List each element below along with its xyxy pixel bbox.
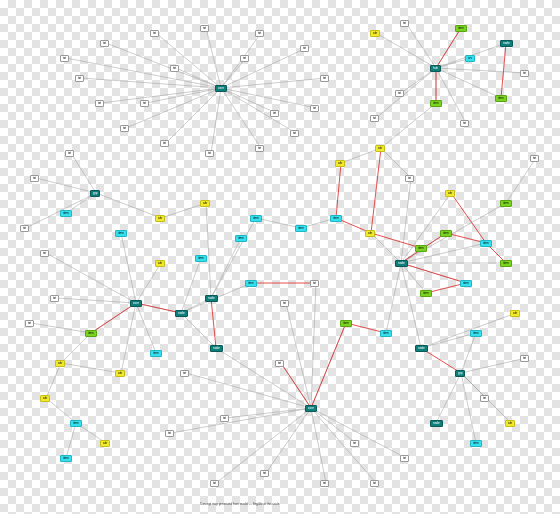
graph-node[interactable]: txt [160, 140, 169, 147]
graph-node[interactable]: txt [280, 300, 289, 307]
graph-node[interactable]: node [205, 295, 218, 302]
graph-node[interactable]: txt [150, 30, 159, 37]
graph-node[interactable]: txt [240, 55, 249, 62]
graph-node[interactable]: item [295, 225, 307, 232]
graph-node[interactable]: node [415, 345, 428, 352]
graph-node[interactable]: item [195, 255, 207, 262]
graph-node[interactable]: txt [320, 75, 329, 82]
graph-node[interactable]: txt [400, 20, 409, 27]
graph-node[interactable]: item [70, 420, 82, 427]
graph-node[interactable]: attr [505, 420, 515, 427]
graph-node[interactable]: txt [310, 280, 319, 287]
graph-node[interactable]: attr [100, 440, 110, 447]
graph-node[interactable]: txt [50, 295, 59, 302]
graph-node[interactable]: txt [370, 480, 379, 487]
graph-node[interactable]: txt [395, 90, 404, 97]
graph-node[interactable]: txt [350, 440, 359, 447]
graph-node[interactable]: item [245, 280, 257, 287]
graph-node[interactable]: attr [40, 395, 50, 402]
graph-node[interactable]: txt [520, 355, 529, 362]
graph-node[interactable]: txt [220, 415, 229, 422]
graph-node[interactable]: item [150, 350, 162, 357]
graph-node[interactable]: txt [260, 470, 269, 477]
graph-node[interactable]: item [380, 330, 392, 337]
graph-node[interactable]: txt [460, 120, 469, 127]
graph-node[interactable]: attr [445, 190, 455, 197]
graph-node[interactable]: node [210, 345, 223, 352]
graph-node[interactable]: node [500, 40, 513, 47]
graph-node[interactable]: item [470, 440, 482, 447]
graph-node[interactable]: txt [290, 130, 299, 137]
graph-node[interactable]: item [250, 215, 262, 222]
graph-node[interactable]: txt [170, 65, 179, 72]
graph-node[interactable]: core [215, 85, 227, 92]
graph-node[interactable]: txt [320, 480, 329, 487]
graph-node[interactable]: txt [120, 125, 129, 132]
graph-node[interactable]: attr [370, 30, 380, 37]
graph-node[interactable]: item [340, 320, 352, 327]
graph-node[interactable]: grp [455, 370, 465, 377]
graph-node[interactable]: txt [75, 75, 84, 82]
graph-node[interactable]: attr [115, 370, 125, 377]
graph-node[interactable]: attr [200, 200, 210, 207]
graph-node[interactable]: item [480, 240, 492, 247]
graph-node[interactable]: hub [430, 65, 441, 72]
graph-node[interactable]: txt [180, 370, 189, 377]
graph-node[interactable]: item [500, 200, 512, 207]
graph-node[interactable]: attr [365, 230, 375, 237]
graph-node[interactable]: txt [270, 110, 279, 117]
graph-node[interactable]: txt [100, 40, 109, 47]
graph-node[interactable]: item [420, 290, 432, 297]
graph-node[interactable]: attr [55, 360, 65, 367]
graph-node[interactable]: txt [95, 100, 104, 107]
graph-node[interactable]: node [430, 420, 443, 427]
graph-node[interactable]: item [60, 455, 72, 462]
graph-node[interactable]: txt [65, 150, 74, 157]
graph-node[interactable]: attr [155, 215, 165, 222]
graph-node[interactable]: item [470, 330, 482, 337]
graph-node[interactable]: txt [530, 155, 539, 162]
graph-node[interactable]: item [440, 230, 452, 237]
graph-node[interactable]: txt [40, 250, 49, 257]
graph-node[interactable]: item [115, 230, 127, 237]
graph-node[interactable]: txt [275, 360, 284, 367]
graph-node[interactable]: txt [255, 145, 264, 152]
graph-node[interactable]: txt [300, 45, 309, 52]
graph-node[interactable]: grp [90, 190, 100, 197]
graph-node[interactable]: core [305, 405, 317, 412]
graph-node[interactable]: item [415, 245, 427, 252]
graph-node[interactable]: item [235, 235, 247, 242]
graph-node[interactable]: node [175, 310, 188, 317]
graph-node[interactable]: txt [405, 175, 414, 182]
graph-node[interactable]: item [455, 25, 467, 32]
graph-node[interactable]: txt [60, 55, 69, 62]
graph-node[interactable]: txt [200, 25, 209, 32]
graph-node[interactable]: attr [375, 145, 385, 152]
graph-node[interactable]: txt [20, 225, 29, 232]
graph-node[interactable]: txt [400, 455, 409, 462]
graph-node[interactable]: attr [155, 260, 165, 267]
graph-node[interactable]: item [495, 95, 507, 102]
graph-node[interactable]: item [85, 330, 97, 337]
graph-node[interactable]: txt [370, 115, 379, 122]
graph-node[interactable]: txt [310, 105, 319, 112]
graph-node[interactable]: txt [25, 320, 34, 327]
graph-node[interactable]: item [330, 215, 342, 222]
graph-node[interactable]: txt [255, 30, 264, 37]
graph-node[interactable]: srv [465, 55, 475, 62]
graph-node[interactable]: attr [335, 160, 345, 167]
graph-node[interactable]: txt [140, 100, 149, 107]
graph-node[interactable]: node [395, 260, 408, 267]
graph-node[interactable]: txt [205, 150, 214, 157]
graph-node[interactable]: item [460, 280, 472, 287]
graph-node[interactable]: item [430, 100, 442, 107]
graph-node[interactable]: attr [510, 310, 520, 317]
graph-node[interactable]: txt [210, 480, 219, 487]
graph-node[interactable]: core [130, 300, 142, 307]
graph-node[interactable]: txt [480, 395, 489, 402]
graph-node[interactable]: txt [165, 430, 174, 437]
graph-node[interactable]: item [60, 210, 72, 217]
graph-node[interactable]: txt [30, 175, 39, 182]
graph-node[interactable]: item [500, 260, 512, 267]
graph-node[interactable]: txt [520, 70, 529, 77]
